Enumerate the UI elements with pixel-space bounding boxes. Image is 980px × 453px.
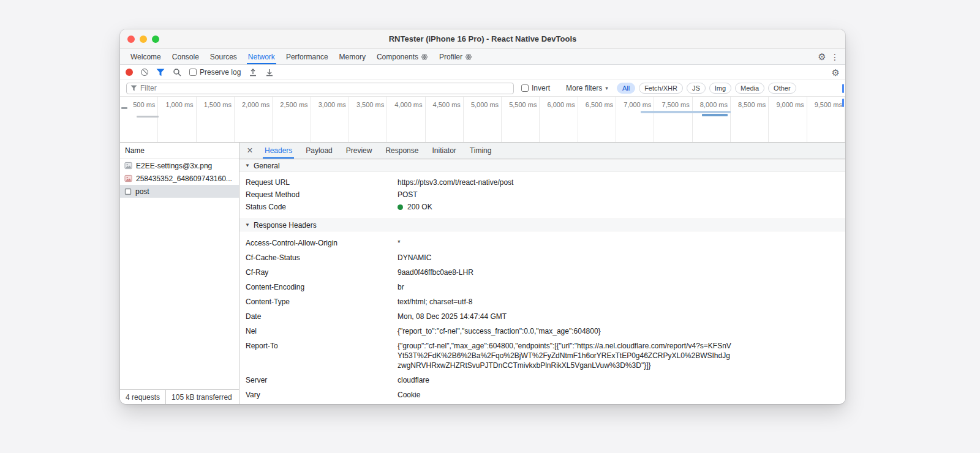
disclosure-triangle-icon: ▼ (245, 163, 250, 168)
tab-components[interactable]: Components (371, 49, 434, 64)
close-window-button[interactable] (127, 36, 135, 43)
header-row-access-control-allow-origin: Access-Control-Allow-Origin * (239, 236, 845, 250)
import-har-button[interactable] (249, 68, 257, 77)
header-row-content-type: Content-Type text/html; charset=utf-8 (239, 294, 845, 309)
general-section-header[interactable]: ▼ General (239, 159, 845, 172)
status-ok-icon (398, 204, 403, 210)
preserve-log-checkbox[interactable] (189, 69, 197, 76)
filter-pill-all[interactable]: All (617, 83, 635, 94)
response-headers-section-header[interactable]: ▼ Response Headers (239, 219, 845, 231)
timeline-tick-label: 6,000 ms (548, 101, 575, 108)
tab-welcome[interactable]: Welcome (125, 49, 167, 64)
timeline-cell: 2,000 ms (235, 97, 273, 142)
tab-sources[interactable]: Sources (205, 49, 243, 64)
timeline-tick-label: 5,000 ms (471, 101, 499, 108)
tab-performance[interactable]: Performance (281, 49, 334, 64)
window-title: RNTester (iPhone 16 Pro) - React Native … (120, 34, 845, 43)
waterfall-bar (641, 111, 731, 113)
timeline-tick-label: 1,500 ms (204, 101, 232, 108)
filter-input[interactable] (140, 84, 510, 92)
header-row-content-encoding: Content-Encoding br (239, 280, 845, 294)
waterfall-bar (702, 114, 728, 116)
section-title: Response Headers (254, 221, 317, 230)
request-row-e2ee-settings[interactable]: E2EE-settings@3x.png (120, 159, 239, 172)
search-button[interactable] (173, 68, 181, 77)
tab-console[interactable]: Console (167, 49, 205, 64)
export-har-button[interactable] (265, 68, 274, 77)
timeline-cell: 7,000 ms (616, 97, 654, 142)
filter-toggle-button[interactable] (156, 69, 165, 77)
timeline-tick-label: 5,500 ms (509, 101, 537, 108)
timeline-tick-label: 500 ms (133, 101, 155, 108)
image-file-icon (124, 162, 132, 170)
filter-pill-img[interactable]: Img (709, 83, 731, 94)
network-overview-timeline[interactable]: 500 ms 1,000 ms 1,500 ms 2,000 ms 2,500 … (120, 97, 845, 143)
filter-input-box[interactable] (126, 83, 514, 94)
preserve-log-toggle[interactable]: Preserve log (189, 68, 241, 77)
request-name: post (135, 187, 149, 196)
tab-memory[interactable]: Memory (334, 49, 371, 64)
filter-pill-media[interactable]: Media (735, 83, 764, 94)
timeline-tick-label: 2,500 ms (280, 101, 307, 108)
timeline-cell: 9,500 ms (807, 97, 845, 142)
detail-tab-timing[interactable]: Timing (463, 143, 499, 159)
timeline-cell: 1,000 ms (158, 97, 196, 142)
document-file-icon (124, 188, 132, 195)
more-options-kebab-icon[interactable]: ⋮ (829, 49, 840, 64)
preserve-log-label: Preserve log (200, 68, 241, 77)
chevron-down-icon: ▾ (605, 85, 608, 91)
request-name: 258435352_648609743160... (136, 174, 232, 183)
name-column-header[interactable]: Name (120, 143, 239, 159)
timeline-cell: 8,500 ms (731, 97, 769, 142)
section-title: General (254, 162, 280, 170)
upload-icon (249, 68, 257, 77)
header-row-nel: Nel {"report_to":"cf-nel","success_fract… (239, 324, 845, 339)
header-row-cf-cache-status: Cf-Cache-Status DYNAMIC (239, 250, 845, 265)
timeline-tick-label: 1,000 ms (165, 101, 193, 108)
detail-tab-headers[interactable]: Headers (258, 143, 299, 159)
timeline-cell: 6,500 ms (578, 97, 616, 142)
minimize-window-button[interactable] (140, 36, 147, 43)
header-row-vary: Vary Cookie (239, 387, 845, 402)
header-row-report-to: Report-To {"group":"cf-nel","max_age":60… (239, 339, 845, 373)
image-file-icon (124, 174, 132, 182)
timeline-cell: 4,000 ms (387, 97, 425, 142)
close-detail-icon[interactable]: × (242, 143, 258, 159)
header-row-request-url: Request URL https://ptsv3.com/t/react-na… (239, 176, 845, 189)
detail-tab-preview[interactable]: Preview (339, 143, 379, 159)
request-rows: E2EE-settings@3x.png 258435352_648609743… (120, 159, 239, 389)
transferred-size: 105 kB transferred (165, 390, 238, 404)
timeline-tick-label: 6,500 ms (586, 101, 613, 108)
network-settings-gear-icon[interactable]: ⚙ (832, 68, 840, 77)
more-filters-button[interactable]: More filters ▾ (566, 84, 608, 92)
tab-network[interactable]: Network (243, 49, 281, 64)
header-row-status-code: Status Code 200 OK (239, 201, 845, 213)
header-row-request-method: Request Method POST (239, 189, 845, 201)
zoom-window-button[interactable] (152, 36, 159, 43)
request-row-post[interactable]: post (120, 185, 239, 198)
devtools-tab-bar: Welcome Console Sources Network Performa… (120, 49, 845, 65)
clear-network-log-button[interactable] (141, 69, 148, 76)
detail-tab-payload[interactable]: Payload (299, 143, 339, 159)
timeline-cell: 3,500 ms (349, 97, 387, 142)
filter-pill-other[interactable]: Other (768, 83, 796, 94)
scrollbar-thumb[interactable] (842, 99, 844, 107)
tab-profiler[interactable]: Profiler (434, 49, 478, 64)
filter-pill-js[interactable]: JS (687, 83, 706, 94)
detail-tab-initiator[interactable]: Initiator (425, 143, 462, 159)
invert-filter-toggle[interactable]: Invert (521, 84, 550, 92)
detail-tab-response[interactable]: Response (379, 143, 425, 159)
network-filter-bar: Invert More filters ▾ All Fetch/XHR JS I… (120, 80, 845, 97)
network-toolbar: Preserve log ⚙ (120, 65, 845, 80)
invert-checkbox[interactable] (521, 84, 529, 92)
request-row-image[interactable]: 258435352_648609743160... (120, 172, 239, 185)
search-icon (173, 68, 181, 77)
network-summary-bar: 4 requests 105 kB transferred (120, 389, 239, 404)
filter-pill-fetch-xhr[interactable]: Fetch/XHR (639, 83, 683, 94)
scrollbar-thumb[interactable] (842, 84, 844, 93)
window-titlebar: RNTester (iPhone 16 Pro) - React Native … (120, 29, 845, 49)
settings-gear-icon[interactable]: ⚙ (815, 49, 829, 64)
general-section: ▼ General Request URL https://ptsv3.com/… (239, 159, 845, 219)
timeline-tick-label: 3,000 ms (318, 101, 346, 108)
record-network-log-button[interactable] (126, 69, 133, 76)
